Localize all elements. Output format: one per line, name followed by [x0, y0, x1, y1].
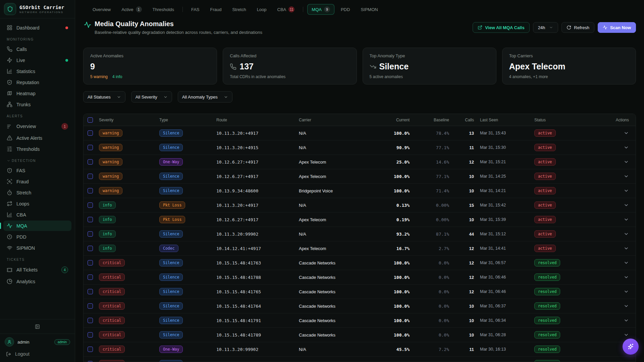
row-checkbox[interactable]	[88, 275, 93, 280]
sidebar-item-active-alerts[interactable]: Active Alerts	[3, 133, 71, 143]
column-header-route[interactable]: Route	[216, 118, 299, 122]
view-all-mqa-calls-button[interactable]: View All MQA Calls	[473, 22, 529, 33]
table-row[interactable]: infoPkt Loss10.12.6.27:+4917Apex Telecom…	[84, 213, 636, 227]
sidebar-item-cba[interactable]: CBA	[3, 209, 71, 220]
expand-row-icon[interactable]	[624, 260, 629, 265]
table-row[interactable]: criticalOne-Way10.11.3.20:99902N/A45.5%7…	[84, 342, 636, 357]
row-checkbox[interactable]	[88, 217, 93, 222]
user-row[interactable]: admin admin	[0, 334, 75, 348]
tab-overview[interactable]: Overview	[88, 5, 115, 14]
column-header-severity[interactable]: Severity	[99, 118, 159, 122]
row-checkbox[interactable]	[88, 246, 93, 251]
expand-row-icon[interactable]	[624, 246, 629, 251]
table-row[interactable]: warningSilence10.11.3.20:+4915N/A90.9%77…	[84, 140, 636, 155]
column-header-last-seen[interactable]: Last Seen	[474, 118, 534, 122]
row-checkbox[interactable]	[88, 231, 93, 237]
column-header-type[interactable]: Type	[159, 118, 216, 122]
expand-row-icon[interactable]	[624, 289, 629, 294]
table-row[interactable]: infoSilence10.11.3.20:99902N/A93.2%87.1%…	[84, 227, 636, 241]
table-row[interactable]: warningSilence10.12.6.27:+4917Apex Telec…	[84, 169, 636, 184]
expand-row-icon[interactable]	[624, 145, 629, 150]
sidebar-item-heatmap[interactable]: Heatmap	[3, 88, 71, 99]
table-row[interactable]: criticalSilence10.15.15.48:41764Cascade …	[84, 299, 636, 313]
column-header-calls[interactable]: Calls	[449, 118, 474, 122]
table-row[interactable]: infoPkt Loss10.11.3.20:+4917N/A0.13%0.00…	[84, 198, 636, 213]
sidebar-item-reputation[interactable]: Reputation	[3, 77, 71, 87]
row-checkbox[interactable]	[88, 289, 93, 294]
tab-cba[interactable]: CBA11	[273, 4, 299, 15]
tab-pdd[interactable]: PDD	[336, 5, 354, 14]
sidebar-item-all-tickets[interactable]: All Tickets4	[3, 264, 71, 276]
sidebar-item-loops[interactable]: Loops	[3, 198, 71, 209]
sidebar-item-stretch[interactable]: Stretch	[3, 187, 71, 198]
sidebar-item-statistics[interactable]: Statistics	[3, 66, 71, 76]
table-row[interactable]: criticalSilence10.15.15.48:41763Cascade …	[84, 256, 636, 270]
column-header-actions[interactable]: Actions	[601, 118, 635, 122]
filter-all-statuses[interactable]: All Statuses	[83, 91, 125, 103]
sidebar-item-thresholds[interactable]: Thresholds	[3, 144, 71, 154]
column-header-current[interactable]: Current	[379, 118, 410, 122]
row-checkbox[interactable]	[88, 202, 93, 208]
tab-active[interactable]: Active1	[117, 4, 146, 15]
row-checkbox[interactable]	[88, 260, 93, 265]
table-row[interactable]: warningSilence10.13.9.34:48600Bridgepoin…	[84, 184, 636, 198]
expand-row-icon[interactable]	[624, 174, 629, 179]
select-all-checkbox[interactable]	[88, 117, 93, 123]
sidebar-item-mqa[interactable]: MQA	[3, 221, 71, 231]
scan-now-button[interactable]: Scan Now	[598, 22, 636, 33]
table-row[interactable]: infoCodec10.14.12.41:+4917Apex Telecom16…	[84, 241, 636, 256]
table-row[interactable]: criticalSilence10.15.15.48:41789Cascade …	[84, 328, 636, 342]
ai-assistant-button[interactable]	[623, 339, 639, 355]
tab-mqa[interactable]: MQA9	[307, 4, 334, 15]
expand-row-icon[interactable]	[624, 332, 629, 338]
sidebar-item-fas[interactable]: FAS	[3, 165, 71, 176]
sidebar-item-fraud[interactable]: Fraud	[3, 176, 71, 187]
filter-all-severity[interactable]: All Severity	[131, 91, 172, 103]
expand-row-icon[interactable]	[624, 130, 629, 136]
row-checkbox[interactable]	[88, 145, 93, 150]
time-range-select[interactable]: 24h	[533, 22, 558, 33]
row-checkbox[interactable]	[88, 303, 93, 309]
filter-all-anomaly-types[interactable]: All Anomaly Types	[178, 91, 232, 103]
expand-row-icon[interactable]	[624, 202, 629, 208]
expand-row-icon[interactable]	[624, 188, 629, 193]
column-header-status[interactable]: Status	[534, 118, 601, 122]
sidebar-item-sipmon[interactable]: SIPMON	[3, 243, 71, 253]
table-row[interactable]: criticalSilence10.15.15.48:41788Cascade …	[84, 270, 636, 285]
table-row[interactable]: criticalSilence10.15.15.48:41765Cascade …	[84, 285, 636, 299]
sidebar-item-analytics[interactable]: Analytics	[3, 276, 71, 287]
row-checkbox[interactable]	[88, 318, 93, 323]
sidebar-collapse-button[interactable]	[33, 322, 42, 331]
tab-thresholds[interactable]: Thresholds	[148, 5, 178, 14]
expand-row-icon[interactable]	[624, 303, 629, 309]
expand-row-icon[interactable]	[624, 217, 629, 222]
sidebar-item-calls[interactable]: Calls	[3, 44, 71, 54]
expand-row-icon[interactable]	[624, 318, 629, 323]
logout-button[interactable]: Logout	[0, 348, 75, 362]
row-checkbox[interactable]	[88, 188, 93, 193]
row-checkbox[interactable]	[88, 130, 93, 136]
refresh-button[interactable]: Refresh	[561, 22, 594, 33]
sidebar-item-dashboard[interactable]: Dashboard	[3, 22, 71, 33]
table-row[interactable]: criticalSilenceresolved	[84, 357, 636, 362]
row-checkbox[interactable]	[88, 159, 93, 165]
sidebar-item-live[interactable]: Live	[3, 55, 71, 65]
column-header-carrier[interactable]: Carrier	[299, 118, 379, 122]
tab-fraud[interactable]: Fraud	[206, 5, 226, 14]
sidebar-item-overview[interactable]: Overview1	[3, 121, 71, 132]
tab-fas[interactable]: FAS	[187, 5, 204, 14]
column-header-baseline[interactable]: Baseline	[410, 118, 449, 122]
sidebar-item-pdd[interactable]: PDD	[3, 232, 71, 242]
sidebar-item-trunks[interactable]: Trunks	[3, 99, 71, 110]
tab-stretch[interactable]: Stretch	[228, 5, 250, 14]
sidebar-section-detection[interactable]: DETECTION	[3, 155, 71, 165]
table-row[interactable]: criticalSilence10.15.15.48:41791Cascade …	[84, 313, 636, 328]
row-checkbox[interactable]	[88, 332, 93, 338]
expand-row-icon[interactable]	[624, 275, 629, 280]
tab-loop[interactable]: Loop	[253, 5, 271, 14]
table-row[interactable]: warningOne-Way10.12.6.27:+4917Apex Telec…	[84, 155, 636, 169]
row-checkbox[interactable]	[88, 347, 93, 352]
tab-sipmon[interactable]: SIPMON	[356, 5, 382, 14]
expand-row-icon[interactable]	[624, 231, 629, 237]
table-row[interactable]: warningSilence10.11.3.20:+4917N/A100.0%7…	[84, 126, 636, 140]
